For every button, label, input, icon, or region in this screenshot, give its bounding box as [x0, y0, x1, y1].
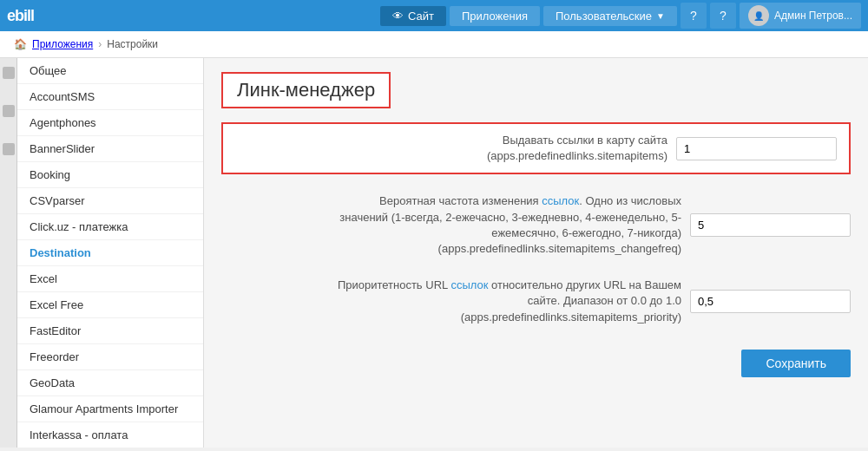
breadcrumb-separator: ›: [98, 38, 102, 50]
page-title: Линк-менеджер: [221, 72, 391, 108]
sidebar-item-glamour[interactable]: Glamour Apartments Importer: [17, 396, 203, 422]
sidebar-item-fasteditor[interactable]: FastEditor: [17, 318, 203, 344]
setting-label-priority: Приоритетность URL ссылок относительно д…: [221, 278, 681, 325]
left-indicator-3: [3, 143, 15, 155]
breadcrumb-current: Настройки: [107, 38, 158, 50]
sidebar-item-excel[interactable]: Excel: [17, 266, 203, 292]
content-area: Линк-менеджер Выдавать ссылки в карту са…: [204, 58, 868, 448]
question-icon-2: ?: [720, 9, 727, 23]
sidebar-item-interkassa[interactable]: Interkassa - оплата: [17, 422, 203, 448]
sidebar-item-excelfree[interactable]: Excel Free: [17, 292, 203, 318]
sidebar-item-freeorder[interactable]: Freeorder: [17, 344, 203, 370]
main-layout: Общее AccountSMS Agentphones BannerSlide…: [0, 58, 868, 448]
sidebar: Общее AccountSMS Agentphones BannerSlide…: [17, 58, 204, 448]
question-icon-1: ?: [690, 9, 697, 23]
breadcrumb: 🏠 Приложения › Настройки: [0, 31, 868, 58]
sidebar-item-clickuz[interactable]: Click.uz - платежка: [17, 214, 203, 240]
save-button[interactable]: Сохранить: [741, 350, 851, 377]
sidebar-item-csvparser[interactable]: CSVparser: [17, 188, 203, 214]
setting-input-changefreq[interactable]: [690, 213, 851, 237]
setting-row-changefreq: Вероятная частота изменения ссылок. Одно…: [221, 185, 851, 265]
nav-user-button[interactable]: Пользовательские ▼: [543, 6, 677, 26]
user-name-label: Админ Петров...: [774, 10, 852, 22]
home-icon: 🏠: [14, 38, 27, 50]
nav-site-button[interactable]: 👁 Сайт: [380, 6, 446, 26]
sidebar-item-booking[interactable]: Booking: [17, 162, 203, 188]
sidebar-item-bannerslider[interactable]: BannerSlider: [17, 136, 203, 162]
help-icon-button2[interactable]: ?: [710, 3, 736, 29]
sidebar-item-destination[interactable]: Destination: [17, 240, 203, 266]
avatar: 👤: [748, 5, 769, 26]
breadcrumb-apps[interactable]: Приложения: [32, 38, 93, 50]
setting-row-sitemap: Выдавать ссылки в карту сайта (apps.pred…: [221, 122, 851, 174]
eye-icon: 👁: [392, 10, 404, 23]
left-indicator-1: [3, 67, 15, 79]
sidebar-item-agentphones[interactable]: Agentphones: [17, 110, 203, 136]
nav-user-label: Пользовательские: [556, 10, 652, 23]
left-panel: [0, 58, 17, 448]
setting-row-priority: Приоритетность URL ссылок относительно д…: [221, 269, 851, 334]
setting-input-sitemap[interactable]: [676, 137, 837, 160]
save-row: Сохранить: [221, 343, 851, 377]
sidebar-item-geodata[interactable]: GeoData: [17, 370, 203, 396]
setting-input-priority[interactable]: [690, 290, 851, 313]
chevron-down-icon: ▼: [656, 11, 665, 21]
setting-label-sitemap: Выдавать ссылки в карту сайта (apps.pred…: [235, 133, 667, 164]
sidebar-item-obschee[interactable]: Общее: [17, 58, 203, 84]
help-icon-button1[interactable]: ?: [681, 3, 707, 29]
settings-form: Выдавать ссылки в карту сайта (apps.pred…: [221, 122, 851, 377]
nav-apps-label: Приложения: [462, 10, 528, 23]
setting-label-changefreq: Вероятная частота изменения ссылок. Одно…: [221, 193, 681, 257]
user-avatar-button[interactable]: 👤 Админ Петров...: [740, 3, 861, 29]
nav-apps-button[interactable]: Приложения: [450, 6, 540, 26]
brand-logo: ebill: [7, 7, 34, 25]
nav-site-label: Сайт: [408, 10, 434, 23]
sidebar-item-accountsms[interactable]: AccountSMS: [17, 84, 203, 110]
left-indicator-2: [3, 105, 15, 117]
navbar: ebill 👁 Сайт Приложения Пользовательские…: [0, 0, 868, 31]
